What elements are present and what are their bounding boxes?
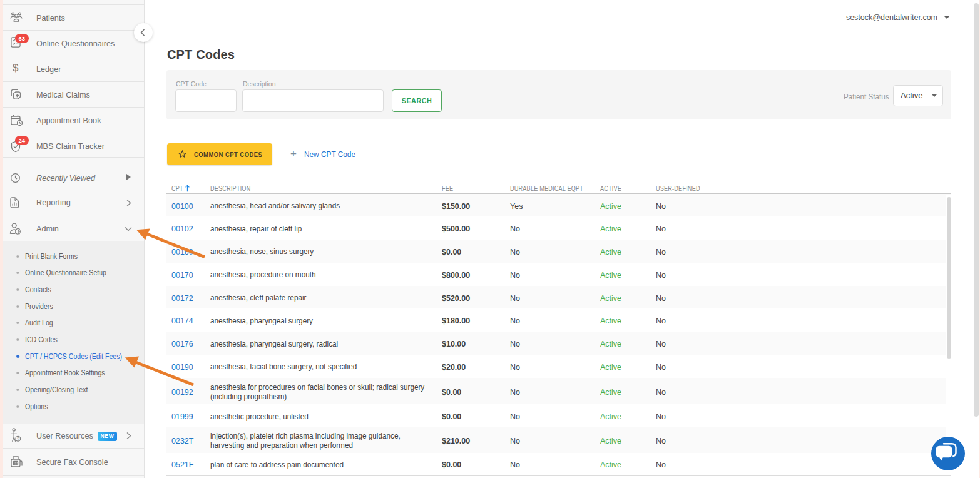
svg-text:?: ? [17,436,19,442]
